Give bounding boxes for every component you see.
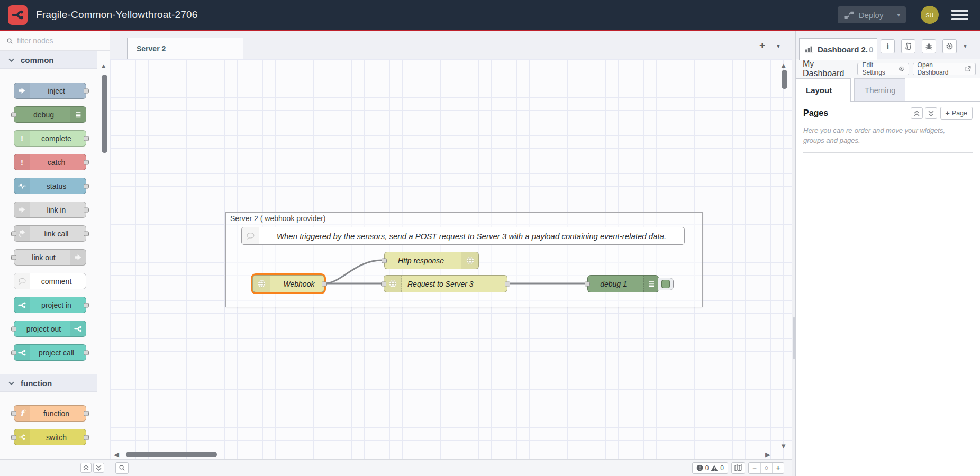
comment-node[interactable]: When triggered by the sensors, send a PO…: [241, 227, 685, 245]
node-port[interactable]: [84, 435, 89, 440]
node-port[interactable]: [11, 255, 16, 260]
palette-node-project-in[interactable]: project in: [14, 297, 86, 313]
tab-theming[interactable]: Theming: [854, 78, 905, 101]
palette-category-function[interactable]: function: [0, 374, 97, 392]
vscroll-up-arrow[interactable]: ▲: [780, 62, 787, 69]
node-port[interactable]: [11, 350, 16, 355]
flow-node-webhook[interactable]: Webhook: [252, 275, 324, 292]
node-port[interactable]: [11, 326, 16, 331]
flow-tabbar: Server 2 + ▾: [110, 31, 792, 59]
zoom-in-button[interactable]: +: [772, 463, 784, 473]
node-port[interactable]: [84, 303, 89, 307]
status-badge[interactable]: 0 0: [692, 462, 728, 474]
node-port[interactable]: [11, 231, 16, 236]
function-icon: f: [14, 406, 30, 421]
flow-node-http-response[interactable]: Http response: [384, 252, 479, 269]
globe-icon: [384, 276, 402, 292]
node-port[interactable]: [11, 435, 16, 440]
node-port[interactable]: [84, 411, 89, 416]
flow-list-caret[interactable]: ▾: [777, 42, 780, 50]
vscroll-down-arrow[interactable]: ▼: [780, 443, 787, 450]
sidebar-tabs-caret[interactable]: ▾: [964, 42, 967, 50]
palette-node-inject[interactable]: inject: [14, 83, 86, 99]
palette-scroll-up-arrow[interactable]: ▲: [100, 62, 107, 70]
dashboard-header-row: My Dashboard Edit Settings Open Dashboar…: [796, 59, 980, 78]
node-port[interactable]: [84, 207, 89, 212]
palette-node-switch[interactable]: switch: [14, 429, 86, 445]
palette-category-common[interactable]: common: [0, 51, 97, 69]
input-port[interactable]: [382, 258, 387, 263]
user-avatar[interactable]: su: [921, 6, 939, 24]
node-port[interactable]: [84, 184, 89, 188]
wire[interactable]: [324, 260, 382, 283]
node-port[interactable]: [84, 350, 89, 355]
link-arrow-icon: [70, 250, 86, 265]
node-port[interactable]: [84, 160, 89, 164]
node-port[interactable]: [84, 231, 89, 236]
hscroll-right-arrow[interactable]: ▶: [765, 451, 770, 458]
debug-tab-button[interactable]: [922, 39, 936, 53]
palette-filter-input[interactable]: [17, 36, 91, 45]
navigator-button[interactable]: [731, 462, 745, 474]
palette-node-link-in[interactable]: link in: [14, 202, 86, 218]
palette-node-project-out[interactable]: project out: [14, 321, 86, 337]
zoom-reset-button[interactable]: ○: [760, 463, 772, 473]
edit-settings-button[interactable]: Edit Settings: [857, 63, 909, 75]
move-page-up-button[interactable]: [911, 107, 923, 119]
output-port[interactable]: [505, 281, 510, 286]
palette-node-complete[interactable]: ! complete: [14, 130, 86, 147]
deploy-options-caret[interactable]: ▾: [891, 6, 906, 23]
zoom-out-button[interactable]: −: [749, 463, 760, 473]
palette-node-link-out[interactable]: link out: [14, 249, 86, 266]
input-port[interactable]: [585, 281, 590, 286]
flow-tab-server2[interactable]: Server 2: [127, 38, 243, 59]
error-count: 0: [705, 464, 709, 472]
flow-node-debug-1[interactable]: debug 1: [587, 275, 659, 292]
error-circle-icon: [696, 464, 703, 471]
collapse-all-button[interactable]: [80, 463, 92, 473]
flow-node-request-to-server-3[interactable]: Request to Server 3: [384, 275, 507, 292]
palette-scrollbar-thumb[interactable]: [102, 75, 107, 153]
page-title: Fragile-Common-Yellowthroat-2706: [36, 9, 198, 21]
settings-tab-button[interactable]: [942, 39, 957, 53]
hscroll-thumb[interactable]: [126, 452, 217, 457]
palette-node-function[interactable]: f function: [14, 405, 86, 422]
palette-node-debug[interactable]: debug: [14, 106, 86, 123]
main-menu-button[interactable]: [951, 10, 968, 20]
add-flow-button[interactable]: +: [759, 40, 765, 50]
help-tab-button[interactable]: [901, 39, 915, 53]
speech-bubble-icon: [242, 227, 259, 244]
output-port[interactable]: [322, 281, 327, 286]
info-tab-button[interactable]: i: [881, 39, 895, 53]
double-chevron-up-icon: [914, 111, 920, 116]
palette-node-status[interactable]: status: [14, 178, 86, 194]
palette-node-project-call[interactable]: project call: [14, 344, 86, 361]
zoom-controls: − ○ +: [748, 462, 784, 474]
expand-all-button[interactable]: [93, 463, 104, 473]
deploy-label: Deploy: [859, 11, 884, 20]
node-port[interactable]: [11, 112, 16, 117]
move-page-down-button[interactable]: [925, 107, 937, 119]
workspace-search-button[interactable]: [115, 462, 129, 474]
canvas-footer: 0 0 − ○ +: [110, 459, 792, 476]
palette-node-comment[interactable]: comment: [14, 273, 86, 289]
tab-layout[interactable]: Layout: [796, 78, 851, 102]
splitter-grip[interactable]: [793, 317, 795, 359]
open-dashboard-button[interactable]: Open Dashboard: [913, 63, 976, 75]
debug-enable-toggle[interactable]: [658, 278, 674, 290]
node-port[interactable]: [11, 411, 16, 416]
tab-dashboard-2[interactable]: Dashboard 2.0: [799, 38, 877, 60]
vscroll-thumb[interactable]: [782, 70, 787, 89]
workspace[interactable]: Server 2 ( webhook provider) When trigge…: [110, 59, 792, 459]
input-port[interactable]: [381, 281, 386, 286]
sidebar-tabbar: Dashboard 2.0 i ▾: [796, 31, 980, 59]
sidebar-splitter[interactable]: [792, 31, 796, 476]
node-port[interactable]: [84, 136, 89, 141]
palette-search[interactable]: [0, 31, 110, 51]
add-page-button[interactable]: + Page: [940, 107, 973, 120]
deploy-button[interactable]: Deploy ▾: [838, 6, 906, 23]
palette-node-link-call[interactable]: link call: [14, 225, 86, 242]
node-port[interactable]: [84, 88, 89, 93]
hscroll-left-arrow[interactable]: ◀: [114, 451, 119, 458]
palette-node-catch[interactable]: ! catch: [14, 154, 86, 170]
